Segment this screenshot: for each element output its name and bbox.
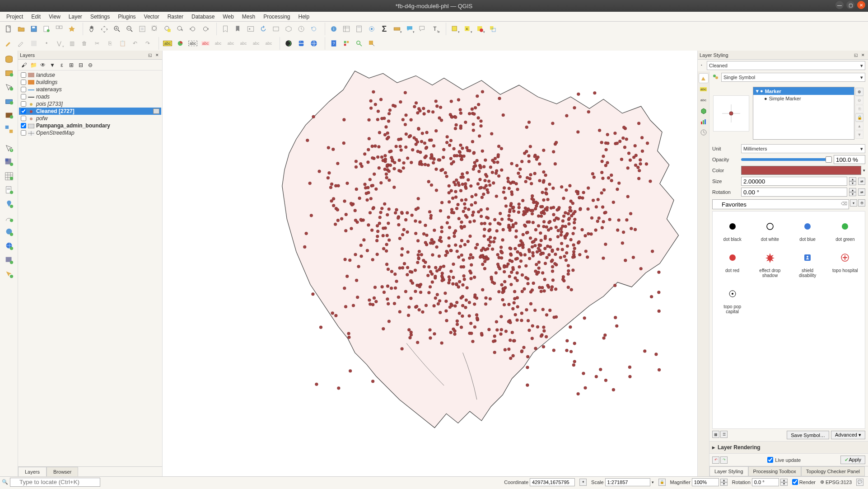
- temporal-button[interactable]: [295, 23, 307, 35]
- save-symbol-button[interactable]: Save Symbol…: [787, 431, 829, 439]
- redo-style-button[interactable]: ↷: [720, 456, 728, 464]
- label-toolbar-label-button[interactable]: abc: [162, 38, 173, 49]
- unit-dropdown[interactable]: Millimeters▾: [741, 144, 865, 153]
- menu-processing[interactable]: Processing: [260, 13, 294, 21]
- label-toolbar-diagram-button[interactable]: [174, 38, 186, 49]
- save-project-button[interactable]: [28, 23, 40, 35]
- deselect-button[interactable]: [474, 23, 486, 35]
- zoom-out-button[interactable]: [124, 23, 135, 35]
- add-wfs-layer-button[interactable]: [2, 268, 16, 281]
- layer-visibility-checkbox[interactable]: [21, 94, 26, 99]
- help-button[interactable]: ?: [328, 38, 340, 49]
- zoom-last-button[interactable]: [187, 23, 199, 35]
- layer-row[interactable]: Pampanga_admin_boundary: [19, 122, 161, 129]
- marker-tree-marker[interactable]: ▾ ●Marker: [753, 87, 854, 95]
- layer-visibility-checkbox[interactable]: [21, 130, 26, 136]
- refresh-all-button[interactable]: [308, 23, 320, 35]
- new-3d-map-view-button[interactable]: [283, 23, 294, 35]
- color-picker[interactable]: [741, 166, 861, 175]
- paste-features-button[interactable]: 📋: [117, 38, 128, 49]
- coordinate-input[interactable]: [530, 478, 575, 486]
- right-tab-processing-toolbox[interactable]: Processing Toolbox: [748, 466, 801, 476]
- render-checkbox[interactable]: Render: [792, 479, 816, 485]
- layout-manager-button[interactable]: [53, 23, 65, 35]
- advanced-button[interactable]: Advanced ▾: [831, 431, 865, 439]
- add-wms-layer-button[interactable]: [2, 226, 16, 239]
- zoom-selection-button[interactable]: [162, 23, 173, 35]
- manage-visibility-button[interactable]: 👁: [39, 61, 47, 69]
- select-by-value-button[interactable]: ε: [462, 23, 473, 35]
- label-pin-button[interactable]: abc: [200, 38, 211, 49]
- apply-button[interactable]: ✔Apply: [840, 456, 865, 464]
- add-xyz-layer-button[interactable]: [2, 240, 16, 253]
- favorite-symbol[interactable]: dot white: [753, 217, 787, 244]
- processing-toolbox-button[interactable]: [366, 23, 378, 35]
- magnifier-input[interactable]: [692, 478, 719, 486]
- filter-expression-button[interactable]: ε: [58, 61, 66, 69]
- layer-visibility-checkbox[interactable]: [21, 108, 26, 114]
- layer-row[interactable]: waterways: [19, 86, 161, 93]
- history-tab[interactable]: [699, 127, 709, 137]
- pan-button[interactable]: [86, 23, 98, 35]
- zoom-layer-button[interactable]: [174, 23, 186, 35]
- open-project-button[interactable]: [15, 23, 27, 35]
- undo-button[interactable]: ↶: [129, 38, 141, 49]
- style-manager-small-button[interactable]: ⚙: [858, 199, 865, 207]
- size-spin-down[interactable]: ▾: [849, 181, 856, 185]
- label-move-button[interactable]: abc: [225, 38, 237, 49]
- opacity-slider[interactable]: [741, 158, 832, 161]
- panel-close-button[interactable]: ✕: [860, 52, 866, 58]
- menu-layer[interactable]: Layer: [65, 13, 86, 21]
- favorite-symbol[interactable]: dot blue: [791, 217, 825, 244]
- add-delimited-text-button[interactable]: [2, 183, 16, 197]
- menu-settings[interactable]: Settings: [87, 13, 113, 21]
- favorites-grid[interactable]: dot blackdot whitedot bluedot greendot r…: [712, 211, 865, 429]
- edit-in-place-button[interactable]: [366, 38, 378, 49]
- rotation-dd-button[interactable]: ⇄: [858, 188, 865, 196]
- duplicate-symbol-layer-button[interactable]: ⎘: [855, 105, 863, 113]
- opacity-input[interactable]: [834, 155, 865, 164]
- move-up-button[interactable]: ▲: [855, 122, 863, 130]
- zoom-full-button[interactable]: [149, 23, 161, 35]
- new-memory-layer-button[interactable]: [2, 122, 16, 136]
- delete-selected-button[interactable]: 🗑: [79, 38, 90, 49]
- add-spatialite-layer-button[interactable]: [2, 197, 16, 211]
- active-layer-dropdown[interactable]: Cleaned▾: [707, 61, 865, 70]
- new-print-layout-button[interactable]: [41, 23, 52, 35]
- favorites-category-button[interactable]: ▾: [850, 199, 857, 207]
- undo-style-button[interactable]: ↶: [712, 456, 719, 464]
- layer-visibility-checkbox[interactable]: [21, 101, 26, 107]
- rotation-input[interactable]: [741, 188, 847, 197]
- layer-visibility-checkbox[interactable]: [21, 72, 26, 78]
- menu-help[interactable]: Help: [295, 13, 313, 21]
- statistics-button[interactable]: Σ: [378, 23, 390, 35]
- move-down-button[interactable]: ▼: [855, 131, 863, 139]
- menu-mesh[interactable]: Mesh: [238, 13, 259, 21]
- panel-close-button[interactable]: ✕: [154, 52, 160, 58]
- temporal-controller-button[interactable]: [245, 23, 257, 35]
- add-raster-layer-button[interactable]: [2, 155, 16, 169]
- icon-view-button[interactable]: ▦: [712, 431, 719, 438]
- size-input[interactable]: [741, 177, 847, 186]
- 3d-view-tab[interactable]: [699, 106, 709, 116]
- labels-tab[interactable]: abc: [699, 84, 709, 94]
- redo-button[interactable]: ↷: [142, 38, 154, 49]
- list-view-button[interactable]: ☰: [720, 431, 728, 438]
- marker-tree-simple-marker[interactable]: ●Simple Marker: [753, 95, 854, 102]
- menu-view[interactable]: View: [45, 13, 64, 21]
- georeferencer-button[interactable]: [353, 38, 365, 49]
- lock-scale-button[interactable]: 🔒: [658, 479, 666, 486]
- window-minimize-button[interactable]: —: [835, 1, 844, 9]
- zoom-next-button[interactable]: [200, 23, 211, 35]
- add-wcs-layer-button[interactable]: [2, 254, 16, 267]
- add-feature-button[interactable]: •: [41, 38, 52, 49]
- right-tab-layer-styling[interactable]: Layer Styling: [709, 466, 748, 476]
- locator-input[interactable]: [10, 478, 100, 487]
- layer-row[interactable]: pofw: [19, 115, 161, 122]
- map-tips-button[interactable]: [404, 23, 415, 35]
- expand-all-button[interactable]: ⊞: [67, 61, 75, 69]
- menu-web[interactable]: Web: [219, 13, 237, 21]
- show-bookmarks-button[interactable]: [232, 23, 244, 35]
- panel-float-button[interactable]: ◱: [853, 52, 859, 58]
- field-calculator-button[interactable]: [353, 23, 365, 35]
